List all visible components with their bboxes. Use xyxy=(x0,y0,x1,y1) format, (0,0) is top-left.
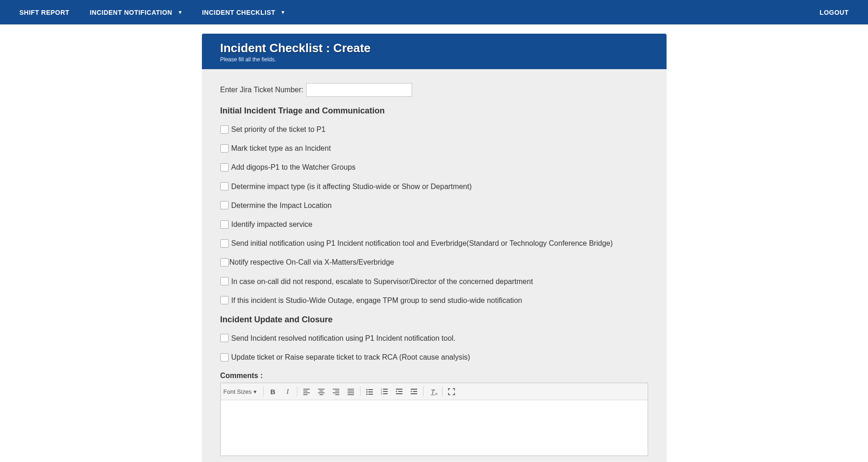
checkbox-resolved-notification[interactable] xyxy=(220,334,229,342)
jira-ticket-row: Enter Jira Ticket Number: xyxy=(220,83,648,97)
checkbox-studio-wide[interactable] xyxy=(220,296,229,304)
nav-incident-notification[interactable]: INCIDENT NOTIFICATION ▾ xyxy=(80,9,192,16)
align-justify-button[interactable] xyxy=(343,385,358,398)
outdent-icon xyxy=(396,388,403,395)
check-row-impacted-service: Identify impacted service xyxy=(220,220,648,229)
svg-rect-34 xyxy=(413,391,417,392)
section-triage-heading: Initial Incident Triage and Communicatio… xyxy=(220,106,648,116)
check-row-studio-wide: If this incident is Studio-Wide Outage, … xyxy=(220,296,648,305)
nav-left: SHIFT REPORT INCIDENT NOTIFICATION ▾ INC… xyxy=(9,9,295,16)
svg-rect-30 xyxy=(398,391,402,392)
nav-shift-report-label: SHIFT REPORT xyxy=(19,9,70,16)
caret-down-icon: ▾ xyxy=(282,9,285,15)
svg-marker-33 xyxy=(411,391,412,392)
checkbox-add-digops[interactable] xyxy=(220,163,229,172)
svg-marker-29 xyxy=(396,391,397,392)
svg-point-20 xyxy=(366,394,367,395)
clear-formatting-button[interactable]: T× xyxy=(425,385,440,398)
align-right-button[interactable] xyxy=(329,385,343,398)
svg-text:3: 3 xyxy=(381,392,382,395)
nav-logout[interactable]: LOGOUT xyxy=(809,9,859,16)
svg-rect-21 xyxy=(368,394,373,395)
checkbox-escalate[interactable] xyxy=(220,277,229,285)
bullet-list-button[interactable] xyxy=(362,385,377,398)
align-left-button[interactable] xyxy=(299,385,314,398)
italic-icon: I xyxy=(286,388,289,396)
align-center-button[interactable] xyxy=(314,385,329,398)
check-row-impact-location: Determine the Impact Location xyxy=(220,201,648,210)
align-justify-icon xyxy=(347,388,354,395)
check-row-impact-type: Determine impact type (is it affecting S… xyxy=(220,182,648,191)
check-label: Notify respective On-Call via X-Matters/… xyxy=(230,258,394,267)
svg-rect-31 xyxy=(396,393,402,394)
clear-formatting-icon: T× xyxy=(431,388,435,396)
check-row-escalate: In case on-call did not respond, escalat… xyxy=(220,277,648,286)
toolbar-separator xyxy=(423,386,424,397)
indent-button[interactable] xyxy=(407,385,421,398)
nav-incident-checklist[interactable]: INCIDENT CHECKLIST ▾ xyxy=(192,9,295,16)
bullet-list-icon xyxy=(366,388,373,395)
toolbar-separator xyxy=(442,386,443,397)
checkbox-impact-type[interactable] xyxy=(220,182,229,190)
checkbox-rca-ticket[interactable] xyxy=(220,353,229,361)
checkbox-notify-oncall[interactable] xyxy=(220,258,229,267)
check-label: Add digops-P1 to the Watcher Groups xyxy=(231,163,356,172)
bold-icon: B xyxy=(271,388,276,396)
svg-point-16 xyxy=(366,389,367,391)
svg-rect-27 xyxy=(383,393,388,394)
jira-ticket-input[interactable] xyxy=(306,83,412,97)
jira-ticket-label: Enter Jira Ticket Number: xyxy=(220,86,304,94)
italic-button[interactable]: I xyxy=(280,385,295,398)
nav-shift-report[interactable]: SHIFT REPORT xyxy=(9,9,80,16)
nav-right: LOGOUT xyxy=(809,9,859,16)
bold-button[interactable]: B xyxy=(266,385,280,398)
section-closure-heading: Incident Update and Closure xyxy=(220,315,648,325)
svg-rect-17 xyxy=(368,389,373,390)
font-sizes-dropdown[interactable]: Font Sizes ▾ xyxy=(224,388,261,395)
check-row-notify-oncall: Notify respective On-Call via X-Matters/… xyxy=(220,258,648,267)
main-panel: Incident Checklist : Create Please fill … xyxy=(202,34,667,462)
checkbox-priority-p1[interactable] xyxy=(220,125,229,134)
panel-header: Incident Checklist : Create Please fill … xyxy=(202,34,667,69)
comments-textarea[interactable] xyxy=(221,400,648,456)
panel-subtitle: Please fill all the fields. xyxy=(220,56,648,63)
checkbox-send-initial-notification[interactable] xyxy=(220,239,229,248)
toolbar-separator xyxy=(297,386,297,397)
numbered-list-icon: 123 xyxy=(381,388,388,395)
top-navbar: SHIFT REPORT INCIDENT NOTIFICATION ▾ INC… xyxy=(0,0,868,24)
check-label: Set priority of the ticket to P1 xyxy=(231,125,326,134)
check-label: If this incident is Studio-Wide Outage, … xyxy=(231,296,522,305)
checkbox-impact-location[interactable] xyxy=(220,201,229,209)
fullscreen-button[interactable] xyxy=(444,385,459,398)
align-right-icon xyxy=(332,388,340,395)
check-label: Mark ticket type as an Incident xyxy=(231,144,331,153)
check-label: Determine impact type (is it affecting S… xyxy=(231,182,472,191)
toolbar-separator xyxy=(360,386,360,397)
align-center-icon xyxy=(318,388,325,395)
nav-incident-notification-label: INCIDENT NOTIFICATION xyxy=(90,9,172,16)
checkbox-impacted-service[interactable] xyxy=(220,220,229,229)
svg-rect-32 xyxy=(411,389,417,390)
comments-label: Comments : xyxy=(220,372,648,380)
panel-title: Incident Checklist : Create xyxy=(220,41,648,55)
checkbox-mark-incident[interactable] xyxy=(220,144,229,153)
check-row-send-initial-notification: Send initial notification using P1 Incid… xyxy=(220,239,648,248)
svg-rect-35 xyxy=(411,393,417,394)
nav-logout-label: LOGOUT xyxy=(820,9,849,16)
svg-rect-25 xyxy=(383,391,388,392)
numbered-list-button[interactable]: 123 xyxy=(377,385,392,398)
toolbar-separator xyxy=(263,386,264,397)
comments-editor: Font Sizes ▾ B I xyxy=(220,383,648,456)
panel-body: Enter Jira Ticket Number: Initial Incide… xyxy=(202,69,667,462)
check-label: Send Incident resolved notification usin… xyxy=(231,334,456,343)
caret-down-icon: ▾ xyxy=(179,9,182,15)
check-row-add-digops: Add digops-P1 to the Watcher Groups xyxy=(220,163,648,172)
check-label: Send initial notification using P1 Incid… xyxy=(231,239,613,248)
check-label: Determine the Impact Location xyxy=(231,201,332,210)
font-sizes-label: Font Sizes xyxy=(224,388,252,395)
check-label: Identify impacted service xyxy=(231,220,313,229)
check-row-rca-ticket: Update ticket or Raise separate ticket t… xyxy=(220,353,648,361)
svg-rect-23 xyxy=(383,389,388,390)
outdent-button[interactable] xyxy=(392,385,407,398)
svg-rect-28 xyxy=(396,389,402,390)
